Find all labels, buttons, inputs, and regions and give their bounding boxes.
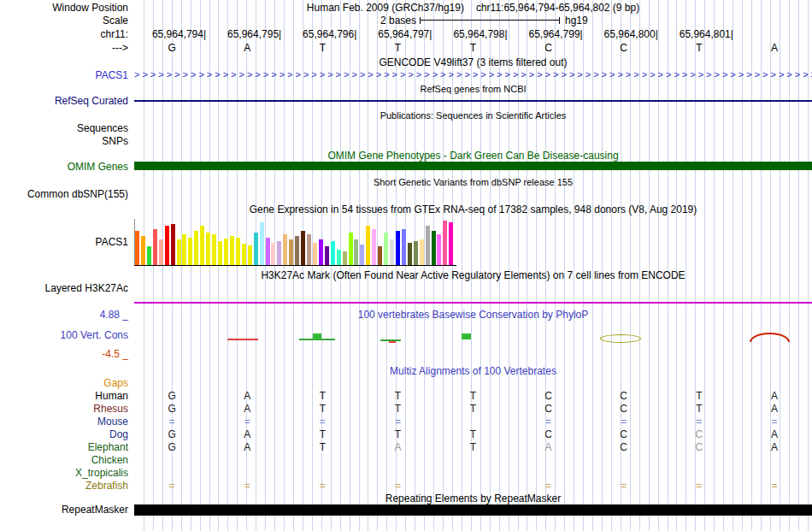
multiz-cell: = (387, 480, 408, 492)
multiz-row-label-x_tropicalis[interactable]: X_tropicalis (0, 467, 128, 479)
multiz-cell: T (312, 390, 332, 402)
multiz-cell: T (387, 390, 408, 402)
multiz-cell: T (463, 390, 484, 402)
multiz-cell: C (614, 403, 634, 415)
multiz-cell: A (237, 390, 257, 402)
multiz-row-label-rhesus[interactable]: Rhesus (0, 403, 128, 415)
genome-browser: Window Position Human Feb. 2009 (GRCh37/… (0, 0, 812, 531)
multiz-cell: A (237, 441, 257, 453)
multiz-cell: = (614, 480, 634, 492)
multiz-cell: T (312, 441, 332, 453)
multiz-cell: = (312, 480, 332, 492)
multiz-cell: A (764, 441, 785, 453)
multiz-cell: = (614, 416, 634, 428)
multiz-cell: = (689, 480, 709, 492)
multiz-rows: GapsHumanGATTTCCTARhesusGATTTCCTAMouse==… (0, 0, 812, 531)
multiz-cell: = (764, 416, 785, 428)
repeatmasker-label[interactable]: RepeatMasker (0, 504, 128, 516)
multiz-cell: T (387, 428, 408, 440)
multiz-cell: A (237, 403, 257, 415)
multiz-cell: = (538, 416, 559, 428)
repeatmasker-title: Repeating Elements by RepeatMasker (134, 493, 812, 504)
multiz-cell: A (764, 390, 785, 402)
multiz-row-label-elephant[interactable]: Elephant (0, 441, 128, 453)
multiz-cell: A (538, 441, 559, 453)
multiz-cell: C (689, 428, 709, 440)
multiz-row-label-chicken[interactable]: Chicken (0, 454, 128, 466)
multiz-cell: T (463, 428, 484, 440)
multiz-cell: G (162, 428, 182, 440)
multiz-cell: = (312, 416, 332, 428)
multiz-row-label-zebrafish[interactable]: Zebrafish (0, 480, 128, 492)
multiz-cell: T (463, 441, 484, 453)
multiz-cell: = (237, 480, 257, 492)
multiz-cell: = (387, 416, 408, 428)
multiz-cell: G (162, 390, 182, 402)
multiz-cell: = (237, 416, 257, 428)
multiz-cell: T (387, 403, 408, 415)
multiz-cell: = (689, 416, 709, 428)
multiz-cell: C (614, 390, 634, 402)
multiz-cell: C (614, 441, 634, 453)
multiz-cell: C (538, 403, 559, 415)
multiz-cell: = (162, 480, 182, 492)
multiz-cell: C (538, 390, 559, 402)
multiz-cell: C (614, 428, 634, 440)
multiz-row-label-human[interactable]: Human (0, 390, 128, 402)
multiz-cell: A (764, 403, 785, 415)
multiz-row-label-gaps[interactable]: Gaps (0, 377, 128, 389)
multiz-cell: A (764, 428, 785, 440)
multiz-cell: A (237, 428, 257, 440)
multiz-cell: C (689, 441, 709, 453)
multiz-row-label-dog[interactable]: Dog (0, 428, 128, 440)
multiz-row-label-mouse[interactable]: Mouse (0, 416, 128, 428)
multiz-cell: G (162, 441, 182, 453)
multiz-cell: G (162, 403, 182, 415)
multiz-cell: T (312, 428, 332, 440)
multiz-cell: T (689, 403, 709, 415)
multiz-cell: = (538, 480, 559, 492)
multiz-cell: C (538, 428, 559, 440)
multiz-cell: T (689, 390, 709, 402)
multiz-cell: = (162, 416, 182, 428)
multiz-cell: T (312, 403, 332, 415)
multiz-cell: T (463, 403, 484, 415)
repeatmasker-item[interactable] (134, 504, 812, 516)
multiz-cell: = (764, 480, 785, 492)
multiz-cell: A (387, 441, 408, 453)
